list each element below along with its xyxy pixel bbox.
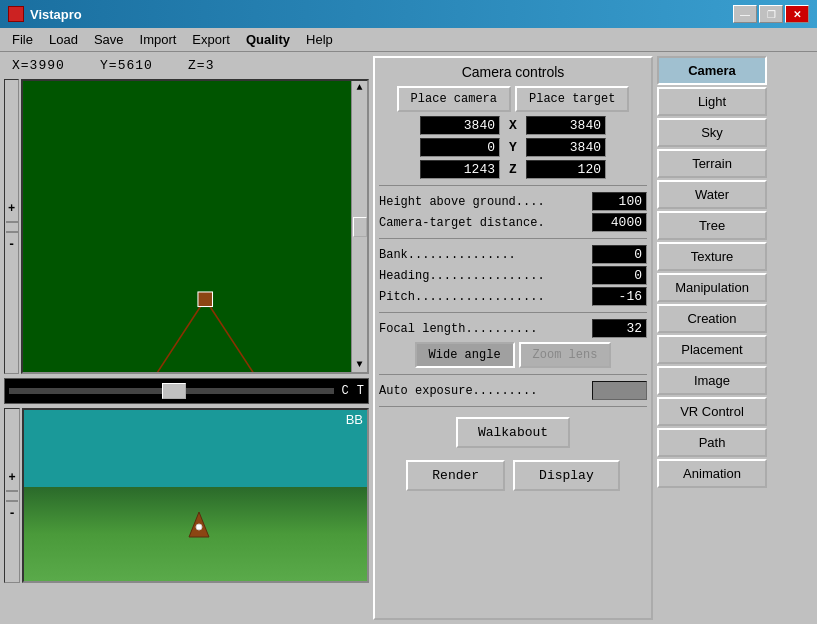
image-button[interactable]: Image	[657, 366, 767, 395]
render-button[interactable]: Render	[406, 460, 505, 491]
auto-exp-value	[592, 381, 647, 400]
z-label: Z	[503, 162, 523, 177]
scroll-thumb[interactable]	[353, 217, 367, 237]
t-label: T	[353, 384, 368, 398]
divider-5	[379, 406, 647, 407]
slider-handle[interactable]	[162, 383, 186, 399]
coord-x: X=3990	[12, 58, 65, 73]
zoom-lens-button[interactable]: Zoom lens	[519, 342, 612, 368]
menu-help[interactable]: Help	[298, 30, 341, 49]
height-label: Height above ground....	[379, 195, 592, 209]
top-left-scrollbar: + -	[4, 79, 19, 374]
title-bar-left: Vistapro	[8, 6, 82, 22]
display-button[interactable]: Display	[513, 460, 620, 491]
pitch-label: Pitch..................	[379, 290, 592, 304]
viewport-right-scrollbar[interactable]: ▲ ▼	[351, 81, 367, 372]
distance-label: Camera-target distance.	[379, 216, 592, 230]
tgt-z-input[interactable]	[526, 160, 606, 179]
height-row: Height above ground....	[379, 192, 647, 211]
manipulation-button[interactable]: Manipulation	[657, 273, 767, 302]
prop-section-2: Bank............... Heading.............…	[379, 245, 647, 306]
auto-exp-row: Auto exposure.........	[379, 381, 647, 400]
menu-quality[interactable]: Quality	[238, 30, 298, 49]
scroll-minus-bottom[interactable]: -	[8, 508, 15, 520]
divider-2	[379, 238, 647, 239]
place-camera-button[interactable]: Place camera	[397, 86, 511, 112]
scroll-minus-top[interactable]: -	[8, 239, 15, 251]
window-title: Vistapro	[30, 7, 82, 22]
place-target-button[interactable]: Place target	[515, 86, 629, 112]
bank-label: Bank...............	[379, 248, 592, 262]
svg-point-6	[196, 524, 202, 530]
wide-angle-button[interactable]: Wide angle	[415, 342, 515, 368]
tgt-x-input[interactable]	[526, 116, 606, 135]
placement-button[interactable]: Placement	[657, 335, 767, 364]
coord-y: Y=5610	[100, 58, 153, 73]
water-button[interactable]: Water	[657, 180, 767, 209]
place-buttons: Place camera Place target	[379, 86, 647, 112]
pitch-row: Pitch..................	[379, 287, 647, 306]
focal-label: Focal length..........	[379, 322, 592, 336]
bank-input[interactable]	[592, 245, 647, 264]
minimize-button[interactable]: —	[733, 5, 757, 23]
top-viewport-area: + - ▲	[4, 79, 369, 374]
divider-1	[379, 185, 647, 186]
heading-label: Heading................	[379, 269, 592, 283]
distance-row: Camera-target distance.	[379, 213, 647, 232]
camera-button[interactable]: Camera	[657, 56, 767, 85]
restore-button[interactable]: ❐	[759, 5, 783, 23]
focal-input[interactable]	[592, 319, 647, 338]
scroll-plus-bottom[interactable]: +	[8, 472, 15, 484]
scroll-plus-top[interactable]: +	[8, 203, 15, 215]
top-viewport[interactable]: ▲ ▼	[21, 79, 369, 374]
menu-export[interactable]: Export	[184, 30, 238, 49]
left-panel: X=3990 Y=5610 Z=3 + -	[4, 56, 369, 620]
svg-rect-3	[198, 292, 213, 307]
menu-load[interactable]: Load	[41, 30, 86, 49]
camera-controls-panel: Camera controls Place camera Place targe…	[373, 56, 653, 620]
viewport-svg	[23, 81, 367, 372]
bb-label: BB	[346, 412, 363, 427]
menu-bar: File Load Save Import Export Quality Hel…	[0, 28, 817, 52]
distance-input[interactable]	[592, 213, 647, 232]
path-button[interactable]: Path	[657, 428, 767, 457]
figure-3d	[179, 507, 219, 551]
y-label: Y	[503, 140, 523, 155]
tgt-y-input[interactable]	[526, 138, 606, 157]
walkabout-button[interactable]: Walkabout	[456, 417, 570, 448]
right-panel: Camera Light Sky Terrain Water Tree Text…	[657, 56, 767, 620]
app-icon	[8, 6, 24, 22]
heading-input[interactable]	[592, 266, 647, 285]
light-button[interactable]: Light	[657, 87, 767, 116]
slider-bar: C T	[4, 378, 369, 404]
tree-button[interactable]: Tree	[657, 211, 767, 240]
bottom-viewport[interactable]: BB	[22, 408, 369, 583]
coord-z: Z=3	[188, 58, 214, 73]
heading-row: Heading................	[379, 266, 647, 285]
bottom-left-scrollbar: + -	[4, 408, 20, 583]
x-label: X	[503, 118, 523, 133]
menu-import[interactable]: Import	[132, 30, 185, 49]
xyz-grid: X Y Z	[379, 116, 647, 179]
bank-row: Bank...............	[379, 245, 647, 264]
close-button[interactable]: ✕	[785, 5, 809, 23]
bottom-action-buttons: Render Display	[379, 460, 647, 491]
menu-file[interactable]: File	[4, 30, 41, 49]
cam-x-input[interactable]	[420, 116, 500, 135]
texture-button[interactable]: Texture	[657, 242, 767, 271]
cam-z-input[interactable]	[420, 160, 500, 179]
vr-control-button[interactable]: VR Control	[657, 397, 767, 426]
pitch-input[interactable]	[592, 287, 647, 306]
title-buttons: — ❐ ✕	[733, 5, 809, 23]
animation-button[interactable]: Animation	[657, 459, 767, 488]
terrain-button[interactable]: Terrain	[657, 149, 767, 178]
sky-button[interactable]: Sky	[657, 118, 767, 147]
slider-track[interactable]	[9, 388, 334, 394]
creation-button[interactable]: Creation	[657, 304, 767, 333]
angle-buttons: Wide angle Zoom lens	[379, 342, 647, 368]
svg-rect-0	[24, 81, 367, 372]
height-input[interactable]	[592, 192, 647, 211]
divider-4	[379, 374, 647, 375]
menu-save[interactable]: Save	[86, 30, 132, 49]
cam-y-input[interactable]	[420, 138, 500, 157]
